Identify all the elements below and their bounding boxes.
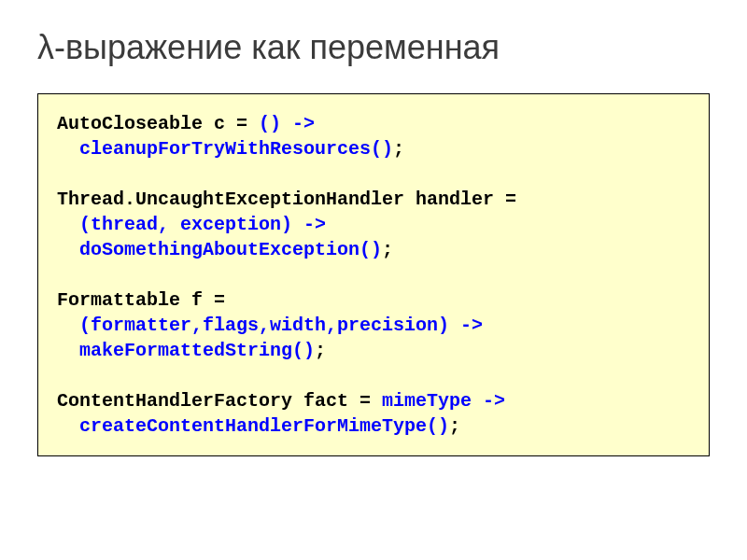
code-semi: ; [315,340,326,361]
code-indent [57,340,79,361]
code-lambda: () -> [259,113,315,134]
code-indent [57,239,79,260]
code-call: makeFormattedString() [79,340,315,361]
slide-title: λ-выражение как переменная [37,28,710,67]
code-indent [57,214,79,235]
code-text: ContentHandlerFactory fact = [57,390,382,412]
code-block: AutoCloseable c = () -> cleanupForTryWit… [37,93,710,456]
code-text: Thread.UncaughtExceptionHandler handler … [57,189,516,210]
code-lambda: (formatter,flags,width,precision) -> [79,315,483,336]
code-text: AutoCloseable c = [57,113,259,134]
code-lambda: mimeType -> [382,390,505,412]
code-call: createContentHandlerForMimeType() [79,415,449,437]
code-text: Formattable f = [57,289,225,311]
code-lambda: (thread, exception) -> [79,214,326,235]
code-call: doSomethingAboutException() [79,239,382,260]
code-call: cleanupForTryWithResources() [79,138,393,160]
code-indent [57,138,79,160]
slide: λ-выражение как переменная AutoCloseable… [0,0,747,560]
code-semi: ; [393,138,404,160]
code-indent [57,415,79,437]
code-semi: ; [382,239,393,260]
code-indent [57,315,79,336]
code-semi: ; [449,415,460,437]
